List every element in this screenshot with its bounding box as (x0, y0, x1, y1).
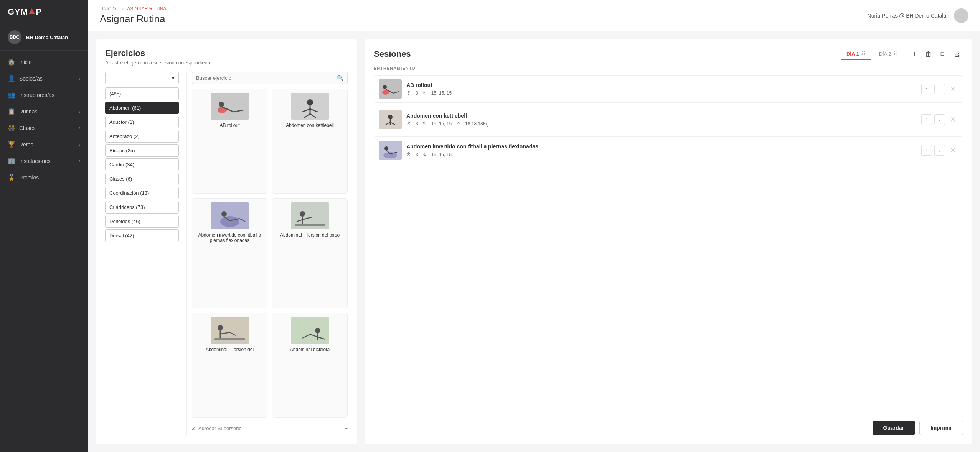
remove-exercise-button[interactable]: ✕ (947, 145, 958, 156)
move-up-button[interactable]: ↑ (921, 114, 932, 125)
move-down-button[interactable]: ↓ (934, 114, 945, 125)
tab-dots-icon: ⠿ (893, 51, 897, 57)
repeat-icon: ↻ (423, 152, 427, 157)
sidebar-item-clases[interactable]: 👫 Clases › (0, 120, 88, 136)
session-ex-info: Abdomen con kettlebell ⏱ 3 ↻ 15, 15, 15 … (406, 113, 917, 127)
add-session-button[interactable]: + (910, 49, 919, 60)
exercise-card-kettlebell[interactable]: Abdomen con kettlebell (272, 89, 348, 194)
svg-rect-36 (379, 79, 402, 99)
exercise-name: AB rollout (219, 123, 239, 128)
body-area: Ejercicios Arrastre el ejercicio a su se… (88, 31, 980, 452)
session-ex-meta: ⏱ 3 ↻ 15, 15, 15 ⚖ 18,18,18Kg. (406, 121, 917, 127)
weight-value: 18,18,18Kg. (465, 121, 490, 127)
main-content: INICIO › ASIGNAR RUTINA Asignar Rutina N… (88, 0, 980, 452)
reps-value: 15, 15, 15 (431, 152, 452, 157)
sidebar-item-label: Instructores/as (19, 92, 54, 98)
save-button[interactable]: Guardar (873, 421, 915, 435)
sidebar-item-inicio[interactable]: 🏠 Inicio (0, 54, 88, 70)
exercise-card-ab-rollout[interactable]: AB rollout (192, 89, 267, 194)
svg-point-2 (219, 102, 224, 107)
sidebar-item-label: Premios (19, 174, 39, 181)
search-input[interactable] (196, 75, 337, 81)
move-up-button[interactable]: ↑ (921, 84, 932, 94)
sidebar-item-premios[interactable]: 🎖️ Premios (0, 169, 88, 186)
category-item-abdomen[interactable]: Abdomen (61) (105, 102, 179, 114)
sidebar-item-instructores[interactable]: 👥 Instructores/as (0, 87, 88, 103)
session-ex-actions: ↑ ↓ ✕ (921, 84, 958, 94)
category-item-aductor[interactable]: Aductor (1) (105, 116, 179, 128)
session-ex-actions: ↑ ↓ ✕ (921, 114, 958, 125)
header-user: Nuria Porras @ BH Demo Catalán (868, 8, 968, 23)
delete-session-button[interactable]: 🗑 (923, 49, 934, 60)
sets-value: 3 (416, 90, 418, 96)
avatar: BDC (8, 30, 21, 44)
print-session-button[interactable]: 🖨 (952, 49, 963, 60)
category-item-dorsal[interactable]: Dorsal (42) (105, 229, 179, 242)
tab-dia1[interactable]: DÍA 1 ⠿ (841, 48, 871, 60)
logo-text: GYMP (8, 7, 42, 17)
move-down-button[interactable]: ↓ (934, 145, 945, 156)
home-icon: 🏠 (8, 58, 15, 66)
copy-session-button[interactable]: ⧉ (938, 49, 948, 60)
medal-icon: 🎖️ (8, 174, 15, 181)
add-superserie-button[interactable]: ⧖ Agregar Superserie + (192, 421, 348, 435)
sessions-title: Sesiones (374, 49, 411, 59)
category-item-deltoides[interactable]: Deltoides (46) (105, 215, 179, 228)
reps-value: 15, 15, 15 (431, 90, 452, 96)
sidebar-item-socios[interactable]: 👤 Socios/as › (0, 70, 88, 87)
sessions-panel: Sesiones DÍA 1 ⠿ DÍA 2 ⠿ + (365, 39, 972, 444)
svg-rect-30 (291, 317, 329, 344)
exercise-card-bicicleta[interactable]: Abdominal bicicleta (272, 313, 348, 418)
tab-dia1-label: DÍA 1 (846, 51, 859, 57)
exercise-thumb (291, 317, 329, 344)
session-ex-thumb (379, 110, 402, 129)
sidebar-item-rutinas[interactable]: 📋 Rutinas › (0, 103, 88, 120)
sidebar: GYMP BDC BH Demo Catalán 🏠 Inicio 👤 Soci… (0, 0, 88, 452)
session-exercises-list: AB rollout ⏱ 3 ↻ 15, 15, 15 ↑ ↓ ✕ (374, 75, 963, 409)
category-item-coordinacion[interactable]: Coordinación (13) (105, 187, 179, 199)
svg-point-38 (383, 85, 387, 89)
sidebar-nav: 🏠 Inicio 👤 Socios/as › 👥 Instructores/as… (0, 51, 88, 452)
print-button[interactable]: Imprimir (919, 421, 963, 435)
session-ex-info: AB rollout ⏱ 3 ↻ 15, 15, 15 (406, 82, 917, 96)
clipboard-icon: 📋 (8, 108, 15, 115)
sidebar-item-retos[interactable]: 🏆 Retos › (0, 136, 88, 153)
category-item-cardio[interactable]: Cardio (34) (105, 158, 179, 171)
sidebar-item-label: Rutinas (19, 108, 37, 115)
sidebar-item-label: Inicio (19, 59, 32, 65)
svg-point-31 (315, 328, 320, 333)
sidebar-item-instalaciones[interactable]: 🏢 Instalaciones › (0, 153, 88, 169)
exercise-card-fitball[interactable]: Abdomen invertido con fitball a piernas … (192, 198, 267, 309)
svg-point-6 (307, 99, 313, 105)
category-item-clases[interactable]: Clases (6) (105, 173, 179, 185)
category-item-cuadriceps[interactable]: Cuádriceps (73) (105, 201, 179, 214)
panel-divider (186, 72, 187, 435)
sets-icon: ⏱ (406, 152, 411, 157)
session-ex-name: Abdomen invertido con fitball a piernas … (406, 143, 917, 150)
exercise-card-torsion[interactable]: Abdominal - Torsión del torso (272, 198, 348, 309)
category-dropdown[interactable]: ▾ (105, 72, 179, 84)
session-exercise-item: Abdomen con kettlebell ⏱ 3 ↻ 15, 15, 15 … (374, 106, 963, 133)
breadcrumb-home[interactable]: INICIO (102, 6, 116, 12)
category-item-total[interactable]: (485) (105, 87, 179, 100)
svg-point-14 (221, 211, 227, 217)
sets-value: 3 (416, 152, 418, 157)
svg-point-42 (388, 115, 393, 119)
move-down-button[interactable]: ↓ (934, 84, 945, 94)
add-superserie-label: Agregar Superserie (198, 426, 242, 431)
svg-point-26 (218, 325, 223, 330)
trophy-icon: 🏆 (8, 141, 15, 148)
category-item-biceps[interactable]: Bíceps (25) (105, 144, 179, 157)
remove-exercise-button[interactable]: ✕ (947, 114, 958, 125)
move-up-button[interactable]: ↑ (921, 145, 932, 156)
remove-exercise-button[interactable]: ✕ (947, 84, 958, 94)
session-ex-info: Abdomen invertido con fitball a piernas … (406, 143, 917, 157)
tab-dia2[interactable]: DÍA 2 ⠿ (874, 48, 903, 60)
exercise-card-torsion2[interactable]: Abdominal - Torsión del (192, 313, 267, 418)
category-item-antebrazo[interactable]: Antebrazo (2) (105, 130, 179, 143)
dropdown-arrow-icon: ▾ (172, 75, 175, 81)
exercise-thumb (211, 202, 249, 229)
svg-point-48 (384, 146, 388, 150)
chevron-right-icon: › (79, 76, 81, 81)
breadcrumb-current[interactable]: ASIGNAR RUTINA (127, 6, 166, 12)
